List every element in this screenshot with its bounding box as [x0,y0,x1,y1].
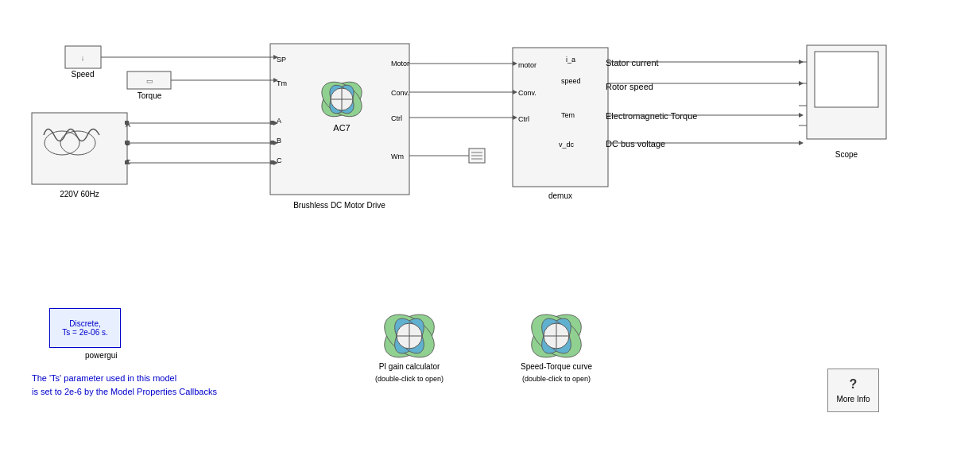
svg-text:Ctrl: Ctrl [518,115,529,123]
svg-text:SP: SP [277,56,286,64]
ac7-label: AC7 [333,123,350,133]
svg-rect-50 [125,141,129,145]
info-line2: is set to 2e-6 by the Model Properties C… [32,385,217,399]
svg-text:C: C [277,156,282,164]
more-info-button[interactable]: ? More Info [827,369,879,412]
svg-text:Tem: Tem [561,111,575,119]
em-torque-label: Electromagnetic Torque [606,111,697,121]
powergui-block[interactable]: Discrete, Ts = 2e-06 s. [49,308,121,348]
svg-text:Motor: Motor [391,60,409,68]
more-info-label: More Info [836,395,870,403]
drive-label: Brushless DC Motor Drive [293,201,385,210]
pi-gain-block[interactable]: PI gain calculator (double-click to open… [366,298,453,393]
powergui-label: powergui [85,351,118,360]
demux-label: demux [548,191,572,200]
source-label: 220V 60Hz [60,190,99,199]
svg-text:Conv.: Conv. [518,89,536,97]
svg-text:Speed-Torque curve: Speed-Torque curve [521,362,592,371]
powergui-line2: Ts = 2e-06 s. [62,328,108,337]
scope-label: Scope [835,150,858,159]
stator-current-label: Stator current [606,58,659,68]
svg-text:PI gain calculator: PI gain calculator [379,362,440,371]
svg-rect-54 [125,160,129,164]
svg-marker-73 [799,113,804,118]
svg-text:▭: ▭ [146,77,153,85]
svg-text:i_a: i_a [566,56,575,64]
powergui-line1: Discrete, [69,319,100,328]
svg-text:speed: speed [561,77,581,85]
svg-text:Tm: Tm [277,79,287,87]
svg-rect-10 [270,44,409,195]
torque-label: Torque [138,91,162,100]
dc-bus-label: DC bus voltage [606,139,665,149]
svg-marker-75 [799,141,804,145]
svg-marker-71 [799,81,804,86]
svg-text:Wm: Wm [391,152,404,160]
svg-rect-46 [125,121,129,125]
svg-marker-69 [799,60,804,64]
svg-text:(double-click to open): (double-click to open) [522,375,591,383]
svg-text:motor: motor [518,61,536,69]
svg-text:Conv.: Conv. [391,89,409,97]
more-info-question: ? [850,377,858,392]
info-line1: The 'Ts' parameter used in this model [32,372,217,385]
svg-text:(double-click to open): (double-click to open) [375,375,444,383]
svg-text:v_dc: v_dc [559,141,575,149]
info-text: The 'Ts' parameter used in this model is… [32,372,217,398]
svg-rect-36 [815,52,878,107]
speed-label: Speed [72,70,95,79]
svg-text:Ctrl: Ctrl [391,114,402,122]
svg-text:↓: ↓ [81,54,85,62]
speed-torque-block[interactable]: Speed-Torque curve (double-click to open… [513,298,600,393]
